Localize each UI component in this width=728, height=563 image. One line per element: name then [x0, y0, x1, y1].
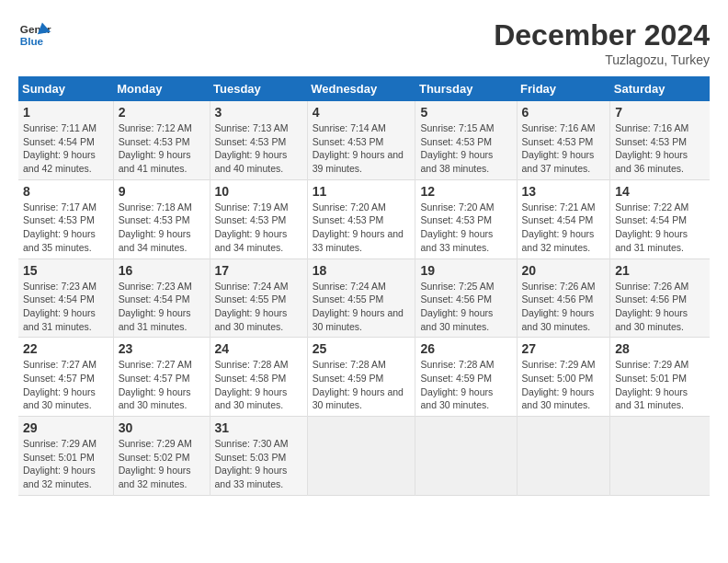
calendar-cell: 5 Sunrise: 7:15 AMSunset: 4:53 PMDayligh…: [415, 101, 517, 179]
calendar-cell: 18 Sunrise: 7:24 AMSunset: 4:55 PMDaylig…: [307, 259, 415, 338]
day-info: Sunrise: 7:16 AMSunset: 4:53 PMDaylight:…: [615, 122, 688, 174]
day-number: 21: [615, 263, 705, 278]
day-info: Sunrise: 7:15 AMSunset: 4:53 PMDaylight:…: [420, 122, 494, 174]
calendar-row: 22 Sunrise: 7:27 AMSunset: 4:57 PMDaylig…: [18, 338, 710, 417]
col-monday: Monday: [113, 76, 210, 101]
day-info: Sunrise: 7:29 AMSunset: 5:02 PMDaylight:…: [119, 438, 192, 489]
day-info: Sunrise: 7:28 AMSunset: 4:58 PMDaylight:…: [215, 359, 289, 410]
page-header: General Blue December 2024 Tuzlagozu, Tu…: [18, 18, 710, 67]
day-number: 15: [23, 263, 108, 278]
day-number: 3: [215, 105, 302, 120]
col-wednesday: Wednesday: [307, 76, 415, 101]
day-info: Sunrise: 7:29 AMSunset: 5:01 PMDaylight:…: [23, 438, 97, 489]
calendar-cell: 21 Sunrise: 7:26 AMSunset: 4:56 PMDaylig…: [610, 259, 710, 338]
calendar-cell: 25 Sunrise: 7:28 AMSunset: 4:59 PMDaylig…: [307, 338, 415, 417]
logo: General Blue: [18, 18, 51, 52]
calendar-cell: [307, 417, 415, 496]
day-info: Sunrise: 7:24 AMSunset: 4:55 PMDaylight:…: [215, 281, 289, 332]
day-number: 26: [420, 341, 511, 356]
day-info: Sunrise: 7:19 AMSunset: 4:53 PMDaylight:…: [215, 201, 289, 253]
calendar-cell: 26 Sunrise: 7:28 AMSunset: 4:59 PMDaylig…: [415, 338, 517, 417]
calendar-cell: 13 Sunrise: 7:21 AMSunset: 4:54 PMDaylig…: [517, 179, 610, 259]
day-number: 20: [522, 263, 606, 278]
day-info: Sunrise: 7:28 AMSunset: 4:59 PMDaylight:…: [420, 359, 494, 410]
day-number: 19: [420, 263, 511, 278]
calendar-cell: 8 Sunrise: 7:17 AMSunset: 4:53 PMDayligh…: [18, 179, 113, 259]
calendar-cell: 10 Sunrise: 7:19 AMSunset: 4:53 PMDaylig…: [210, 179, 307, 259]
day-info: Sunrise: 7:27 AMSunset: 4:57 PMDaylight:…: [23, 359, 97, 410]
day-number: 2: [119, 105, 205, 120]
calendar-cell: 27 Sunrise: 7:29 AMSunset: 5:00 PMDaylig…: [517, 338, 610, 417]
calendar-cell: 16 Sunrise: 7:23 AMSunset: 4:54 PMDaylig…: [113, 259, 210, 338]
col-saturday: Saturday: [610, 76, 710, 101]
day-info: Sunrise: 7:11 AMSunset: 4:54 PMDaylight:…: [23, 122, 97, 174]
calendar-cell: 6 Sunrise: 7:16 AMSunset: 4:53 PMDayligh…: [517, 101, 610, 179]
calendar-row: 15 Sunrise: 7:23 AMSunset: 4:54 PMDaylig…: [18, 259, 710, 338]
day-info: Sunrise: 7:26 AMSunset: 4:56 PMDaylight:…: [522, 281, 596, 332]
calendar-cell: 22 Sunrise: 7:27 AMSunset: 4:57 PMDaylig…: [18, 338, 113, 417]
calendar-cell: [517, 417, 610, 496]
day-number: 4: [313, 105, 411, 120]
day-info: Sunrise: 7:20 AMSunset: 4:53 PMDaylight:…: [313, 201, 404, 253]
svg-text:Blue: Blue: [20, 35, 44, 47]
col-tuesday: Tuesday: [210, 76, 307, 101]
day-info: Sunrise: 7:23 AMSunset: 4:54 PMDaylight:…: [119, 281, 192, 332]
day-number: 28: [615, 341, 705, 356]
day-info: Sunrise: 7:12 AMSunset: 4:53 PMDaylight:…: [119, 122, 192, 174]
day-info: Sunrise: 7:14 AMSunset: 4:53 PMDaylight:…: [313, 122, 404, 174]
calendar-cell: 9 Sunrise: 7:18 AMSunset: 4:53 PMDayligh…: [113, 179, 210, 259]
day-number: 18: [313, 263, 411, 278]
calendar-row: 8 Sunrise: 7:17 AMSunset: 4:53 PMDayligh…: [18, 179, 710, 259]
day-number: 7: [615, 105, 705, 120]
day-info: Sunrise: 7:29 AMSunset: 5:00 PMDaylight:…: [522, 359, 596, 410]
day-number: 5: [420, 105, 511, 120]
day-info: Sunrise: 7:30 AMSunset: 5:03 PMDaylight:…: [215, 438, 289, 489]
day-number: 27: [522, 341, 606, 356]
day-info: Sunrise: 7:22 AMSunset: 4:54 PMDaylight:…: [615, 201, 688, 253]
day-number: 9: [119, 184, 205, 199]
day-number: 1: [23, 105, 108, 120]
calendar-cell: 28 Sunrise: 7:29 AMSunset: 5:01 PMDaylig…: [610, 338, 710, 417]
day-number: 16: [119, 263, 205, 278]
day-info: Sunrise: 7:29 AMSunset: 5:01 PMDaylight:…: [615, 359, 688, 410]
day-number: 22: [23, 341, 108, 356]
calendar-cell: 14 Sunrise: 7:22 AMSunset: 4:54 PMDaylig…: [610, 179, 710, 259]
calendar-cell: [610, 417, 710, 496]
calendar-row: 1 Sunrise: 7:11 AMSunset: 4:54 PMDayligh…: [18, 101, 710, 179]
day-number: 10: [215, 184, 302, 199]
day-info: Sunrise: 7:24 AMSunset: 4:55 PMDaylight:…: [313, 281, 404, 332]
title-area: December 2024 Tuzlagozu, Turkey: [494, 18, 710, 67]
day-info: Sunrise: 7:17 AMSunset: 4:53 PMDaylight:…: [23, 201, 97, 253]
day-info: Sunrise: 7:25 AMSunset: 4:56 PMDaylight:…: [420, 281, 494, 332]
day-number: 31: [215, 420, 302, 435]
calendar-cell: 12 Sunrise: 7:20 AMSunset: 4:53 PMDaylig…: [415, 179, 517, 259]
calendar-cell: 2 Sunrise: 7:12 AMSunset: 4:53 PMDayligh…: [113, 101, 210, 179]
calendar-cell: 24 Sunrise: 7:28 AMSunset: 4:58 PMDaylig…: [210, 338, 307, 417]
day-number: 11: [313, 184, 411, 199]
calendar-cell: 3 Sunrise: 7:13 AMSunset: 4:53 PMDayligh…: [210, 101, 307, 179]
calendar-cell: 29 Sunrise: 7:29 AMSunset: 5:01 PMDaylig…: [18, 417, 113, 496]
calendar-cell: 31 Sunrise: 7:30 AMSunset: 5:03 PMDaylig…: [210, 417, 307, 496]
day-number: 23: [119, 341, 205, 356]
day-number: 29: [23, 420, 108, 435]
day-info: Sunrise: 7:18 AMSunset: 4:53 PMDaylight:…: [119, 201, 192, 253]
col-thursday: Thursday: [415, 76, 517, 101]
calendar-cell: 23 Sunrise: 7:27 AMSunset: 4:57 PMDaylig…: [113, 338, 210, 417]
calendar-cell: 20 Sunrise: 7:26 AMSunset: 4:56 PMDaylig…: [517, 259, 610, 338]
calendar-cell: 17 Sunrise: 7:24 AMSunset: 4:55 PMDaylig…: [210, 259, 307, 338]
calendar-row: 29 Sunrise: 7:29 AMSunset: 5:01 PMDaylig…: [18, 417, 710, 496]
calendar-cell: 1 Sunrise: 7:11 AMSunset: 4:54 PMDayligh…: [18, 101, 113, 179]
logo-icon: General Blue: [18, 18, 51, 52]
calendar-table: Sunday Monday Tuesday Wednesday Thursday…: [18, 76, 710, 496]
calendar-cell: 30 Sunrise: 7:29 AMSunset: 5:02 PMDaylig…: [113, 417, 210, 496]
calendar-cell: 11 Sunrise: 7:20 AMSunset: 4:53 PMDaylig…: [307, 179, 415, 259]
month-title: December 2024: [494, 18, 710, 52]
location: Tuzlagozu, Turkey: [494, 52, 710, 67]
header-row: Sunday Monday Tuesday Wednesday Thursday…: [18, 76, 710, 101]
day-number: 6: [522, 105, 606, 120]
calendar-cell: 4 Sunrise: 7:14 AMSunset: 4:53 PMDayligh…: [307, 101, 415, 179]
col-sunday: Sunday: [18, 76, 113, 101]
calendar-cell: 15 Sunrise: 7:23 AMSunset: 4:54 PMDaylig…: [18, 259, 113, 338]
day-info: Sunrise: 7:27 AMSunset: 4:57 PMDaylight:…: [119, 359, 192, 410]
col-friday: Friday: [517, 76, 610, 101]
